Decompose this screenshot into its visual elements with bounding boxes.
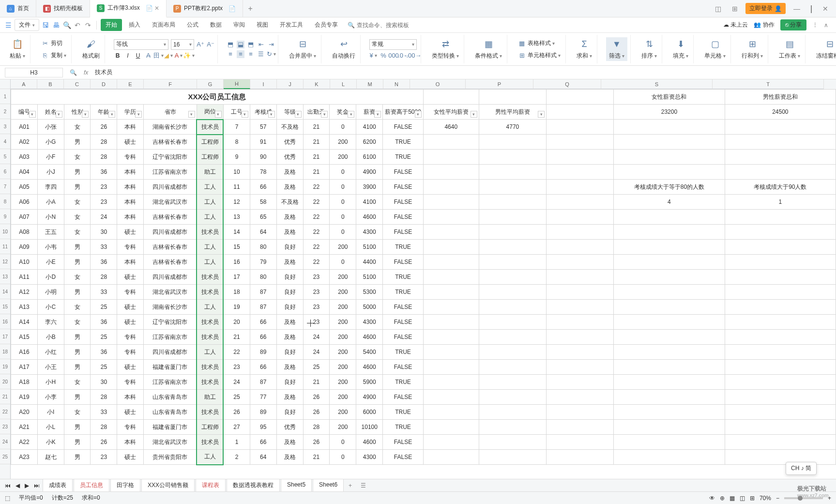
sheet-tab[interactable]: 数据透视表教程 xyxy=(227,479,280,492)
comma-icon[interactable]: 000 xyxy=(390,52,397,60)
sheet-tab[interactable]: 成绩表 xyxy=(43,479,73,492)
menu-layout[interactable]: 页面布局 xyxy=(147,19,180,31)
tab-add[interactable]: + xyxy=(243,4,258,13)
border-icon[interactable]: 田 xyxy=(154,52,162,60)
bold-icon[interactable]: B xyxy=(114,52,122,60)
fill-button[interactable]: ⬇填充 xyxy=(671,37,690,61)
table-style[interactable]: ▦表格样式 xyxy=(516,38,562,48)
search-input[interactable] xyxy=(357,22,425,29)
freeze-button[interactable]: ⊟冻结窗格 xyxy=(814,37,836,61)
menu-insert[interactable]: 插入 xyxy=(124,19,145,31)
redo-icon[interactable]: ↷ xyxy=(84,21,92,30)
align-mid-icon[interactable]: ⬓ xyxy=(237,41,244,48)
tab-home[interactable]: ⌂首页 xyxy=(0,0,36,17)
row-headers[interactable]: 1234567891011121314151617181920212223242… xyxy=(0,79,11,479)
fx-icon[interactable]: fx xyxy=(84,69,88,76)
view-break-icon[interactable]: ⊞ xyxy=(750,495,755,502)
paste-button[interactable]: 📋粘贴 xyxy=(8,37,27,61)
coop-button[interactable]: 👥 协作 xyxy=(754,21,774,29)
dec-dec-icon[interactable]: .00→ xyxy=(410,52,418,60)
tab-workbook[interactable]: S工作簿3.xlsx📄 ✕ xyxy=(90,0,167,17)
spreadsheet-grid[interactable]: XXX公司员工信息女性薪资总和男性薪资总和编号姓名性别年龄学历省市岗位工号考核成… xyxy=(11,89,836,465)
orient-icon[interactable]: ↻ xyxy=(267,50,275,58)
justify-icon[interactable]: ☰ xyxy=(257,50,265,58)
share-button[interactable]: ⎋ 分享 xyxy=(780,19,806,31)
maximize-button[interactable] xyxy=(808,5,815,13)
type-convert[interactable]: ⇄类型转换 xyxy=(430,37,461,61)
eye-icon[interactable]: 👁 xyxy=(709,495,715,502)
sort-button[interactable]: ⇅排序 xyxy=(639,37,659,61)
align-top-icon[interactable]: ⬒ xyxy=(227,41,234,48)
cloud-status[interactable]: ☁ 未上云 xyxy=(723,21,748,29)
align-bot-icon[interactable]: ⬒ xyxy=(247,41,255,48)
cond-format[interactable]: ▦条件格式 xyxy=(473,37,504,61)
zoom-out[interactable]: − xyxy=(776,495,779,502)
print-icon[interactable]: 🖶 xyxy=(52,21,61,30)
percent-icon[interactable]: % xyxy=(380,52,387,60)
sum-button[interactable]: Σ求和 xyxy=(575,37,594,61)
sheet-add[interactable]: + xyxy=(345,480,356,491)
close-icon[interactable]: 📄 xyxy=(228,5,236,12)
currency-icon[interactable]: ¥ xyxy=(369,52,377,60)
menu-view[interactable]: 视图 xyxy=(252,19,273,31)
inc-font-icon[interactable]: A⁺ xyxy=(197,41,204,48)
cell-button[interactable]: ▢单元格 xyxy=(702,37,728,61)
menu-icon[interactable]: ☰ xyxy=(4,21,13,30)
fill-color-icon[interactable]: ◢ xyxy=(165,52,172,60)
sheet-button[interactable]: ▤工作表 xyxy=(777,37,802,61)
login-button[interactable]: 立即登录👤 xyxy=(745,3,786,14)
sheet-tab[interactable]: Sheet5 xyxy=(281,479,312,492)
center-icon[interactable]: ⊕ xyxy=(720,495,725,502)
size-select[interactable] xyxy=(171,39,194,50)
zoom-value[interactable]: 70% xyxy=(760,495,771,502)
file-menu[interactable]: 文件▾ xyxy=(15,19,39,31)
name-box[interactable] xyxy=(5,68,63,77)
col-headers[interactable]: ABCDEFGHIJKLMNOPQST xyxy=(11,79,836,89)
menu-closable[interactable]: 数据 xyxy=(205,19,227,31)
underline-icon[interactable]: U xyxy=(134,52,142,60)
font-color-icon[interactable]: A xyxy=(175,52,182,60)
close-icon[interactable]: 📄 ✕ xyxy=(146,5,159,12)
align-center-icon[interactable]: ≡ xyxy=(237,50,244,58)
wrap-button[interactable]: ↩自动换行 xyxy=(330,37,357,61)
preview-icon[interactable]: 🔍 xyxy=(62,21,71,30)
menu-formula[interactable]: 公式 xyxy=(182,19,203,31)
cell-style[interactable]: ⊞单元格样式 xyxy=(516,50,562,61)
minimize-button[interactable]: — xyxy=(790,5,803,13)
sheet-tab[interactable]: XXX公司销售额 xyxy=(141,479,195,492)
indent-inc-icon[interactable]: ⇥ xyxy=(267,41,275,48)
layout-icon[interactable]: ◫ xyxy=(712,5,724,13)
numfmt-select[interactable] xyxy=(369,39,417,50)
effects-icon[interactable]: ✨ xyxy=(185,52,193,60)
tab-ppt[interactable]: PPPT教程2.pptx📄 xyxy=(167,0,243,17)
menu-review[interactable]: 审阅 xyxy=(228,19,250,31)
sheet-tab[interactable]: 员工信息 xyxy=(74,479,109,492)
indent-dec-icon[interactable]: ⇤ xyxy=(257,41,265,48)
font-select[interactable] xyxy=(114,39,168,50)
menu-dev[interactable]: 开发工具 xyxy=(275,19,308,31)
align-right-icon[interactable]: ≡ xyxy=(247,50,255,58)
rowcol-button[interactable]: ⊞行和列 xyxy=(740,37,765,61)
strike-icon[interactable]: A̶ xyxy=(144,52,152,60)
copy-button[interactable]: ⎘复制 xyxy=(39,50,68,61)
view-page-icon[interactable]: ◫ xyxy=(740,495,745,502)
menu-vip[interactable]: 会员专享 xyxy=(310,19,343,31)
apps-icon[interactable]: ⊞ xyxy=(729,5,741,13)
merge-button[interactable]: ⊟合并居中 xyxy=(287,37,318,61)
filter-button[interactable]: ▼筛选 xyxy=(606,37,627,61)
menu-start[interactable]: 开始 xyxy=(101,19,122,31)
search-icon[interactable]: 🔍 xyxy=(70,69,77,76)
sheet-tab[interactable]: Sheet6 xyxy=(313,479,344,492)
view-normal-icon[interactable]: ▦ xyxy=(730,495,735,502)
sheet-nav[interactable]: ⏮◀▶⏭ xyxy=(3,482,42,489)
align-left-icon[interactable]: ≡ xyxy=(227,50,234,58)
cut-button[interactable]: ✂剪切 xyxy=(39,38,68,48)
italic-icon[interactable]: I xyxy=(124,52,132,60)
tab-templates[interactable]: ◧找稻壳模板 xyxy=(36,0,90,17)
formula-input[interactable]: 技术员 xyxy=(95,68,831,76)
sheet-tab[interactable]: 田字格 xyxy=(110,479,140,492)
sheet-tab[interactable]: 课程表 xyxy=(196,479,226,492)
mode-icon[interactable]: ⬚ xyxy=(5,495,10,502)
save-icon[interactable]: 🖫 xyxy=(41,21,50,30)
sheet-list[interactable]: ☰ xyxy=(357,480,370,491)
